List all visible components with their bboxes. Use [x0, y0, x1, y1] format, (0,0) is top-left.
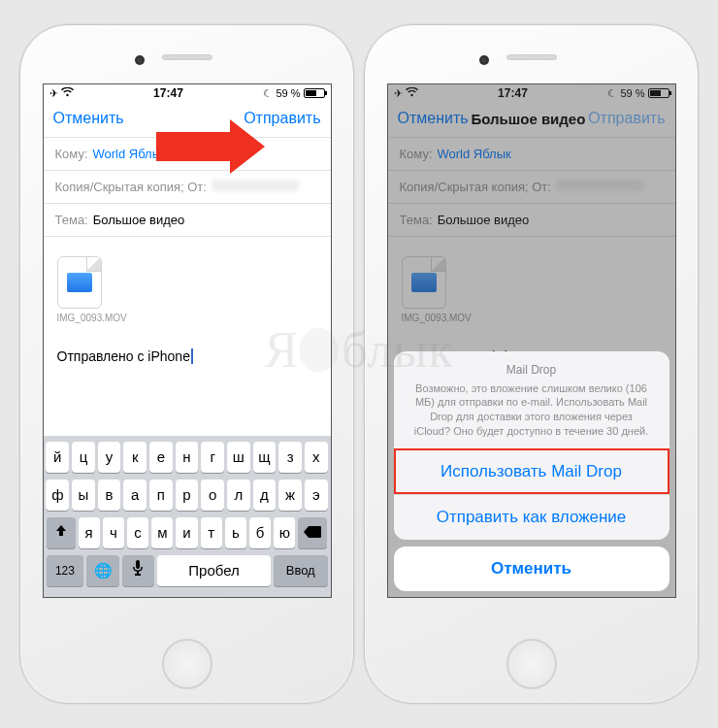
status-time: 17:47 [153, 86, 183, 100]
key[interactable]: э [305, 480, 328, 511]
key[interactable]: п [149, 480, 173, 511]
earpiece-speaker [162, 54, 212, 60]
key-row-3: я ч с м и т ь б ю [47, 517, 328, 548]
battery-icon [304, 88, 325, 98]
sheet-cancel-button[interactable]: Отменить [394, 546, 669, 591]
signature: Отправлено с iPhone [57, 348, 317, 364]
phone-right: ✈︎ 17:47 ☾ 59 % Отменить Большое видео О… [364, 24, 699, 704]
key[interactable]: ь [225, 517, 246, 548]
key[interactable]: г [201, 442, 224, 473]
home-button[interactable] [506, 639, 557, 689]
key[interactable]: ж [278, 480, 302, 511]
key[interactable]: щ [253, 442, 277, 473]
front-camera [135, 55, 145, 65]
attachment-thumb [57, 256, 102, 309]
key[interactable]: а [123, 480, 147, 511]
subject-field[interactable]: Тема: Большое видео [44, 204, 331, 237]
key[interactable]: ф [46, 480, 69, 511]
send-as-attachment-button[interactable]: Отправить как вложение [394, 494, 669, 540]
key[interactable]: б [249, 517, 271, 548]
subject-value: Большое видео [93, 213, 185, 227]
space-key[interactable]: Пробел [157, 555, 271, 586]
moon-icon: ☾ [263, 87, 273, 100]
key[interactable]: р [176, 480, 199, 511]
globe-key[interactable]: 🌐 [86, 555, 118, 586]
key[interactable]: с [127, 517, 148, 548]
key[interactable]: н [176, 442, 199, 473]
mic-key[interactable] [122, 555, 154, 586]
subject-label: Тема: [55, 213, 88, 227]
airplane-icon: ✈︎ [49, 87, 58, 100]
key[interactable]: и [176, 517, 197, 548]
attachment[interactable]: IMG_0093.MOV [57, 256, 317, 323]
backspace-key[interactable] [298, 517, 327, 548]
wifi-icon [61, 87, 74, 99]
key[interactable]: у [98, 442, 121, 473]
home-button[interactable] [162, 639, 212, 689]
return-key[interactable]: Ввод [274, 555, 328, 586]
text-caret [191, 348, 193, 364]
shift-key[interactable] [47, 517, 76, 548]
key[interactable]: д [253, 480, 277, 511]
use-mail-drop-button[interactable]: Использовать Mail Drop [394, 448, 669, 494]
key[interactable]: й [46, 442, 69, 473]
attachment-filename: IMG_0093.MOV [57, 313, 317, 323]
key[interactable]: ш [227, 442, 250, 473]
cc-label: Копия/Скрытая копия; От: [55, 180, 207, 194]
key[interactable]: е [149, 442, 173, 473]
key-row-1: й ц у к е н г ш щ з х [47, 442, 328, 473]
screen-right: ✈︎ 17:47 ☾ 59 % Отменить Большое видео О… [387, 83, 676, 598]
earpiece-speaker [506, 54, 557, 60]
numeric-key[interactable]: 123 [47, 555, 84, 586]
cc-field[interactable]: Копия/Скрытая копия; От: [44, 171, 331, 204]
key[interactable]: ц [72, 442, 95, 473]
compose-header: Отменить Отправить [44, 102, 331, 138]
key-row-4: 123 🌐 Пробел Ввод [47, 555, 328, 586]
screen-left: ✈︎ 17:47 ☾ 59 % Отменить Отправить Кому: [43, 83, 332, 598]
key-row-2: ф ы в а п р о л д ж э [47, 480, 328, 511]
send-button[interactable]: Отправить [244, 110, 320, 127]
key[interactable]: в [98, 480, 121, 511]
sheet-description: Возможно, это вложение слишком велико (1… [411, 381, 652, 439]
to-value: World Яблык [93, 147, 167, 161]
key[interactable]: ч [103, 517, 124, 548]
front-camera [479, 55, 489, 65]
to-label: Кому: [55, 147, 88, 161]
cancel-button[interactable]: Отменить [53, 110, 124, 127]
key[interactable]: я [79, 517, 100, 548]
key[interactable]: т [201, 517, 222, 548]
sheet-header: Mail Drop Возможно, это вложение слишком… [394, 351, 669, 448]
key[interactable]: ы [72, 480, 95, 511]
to-field[interactable]: Кому: World Яблык [44, 138, 331, 171]
key[interactable]: к [123, 442, 147, 473]
key[interactable]: м [151, 517, 173, 548]
message-body[interactable]: IMG_0093.MOV Отправлено с iPhone [44, 237, 331, 378]
key[interactable]: л [227, 480, 250, 511]
phone-left: ✈︎ 17:47 ☾ 59 % Отменить Отправить Кому: [19, 24, 354, 704]
key[interactable]: ю [274, 517, 295, 548]
action-sheet: Mail Drop Возможно, это вложение слишком… [388, 346, 675, 597]
from-value-redacted [212, 180, 299, 191]
status-bar: ✈︎ 17:47 ☾ 59 % [44, 84, 331, 102]
signature-text: Отправлено с iPhone [57, 348, 190, 364]
keyboard: й ц у к е н г ш щ з х ф ы в а п [44, 436, 331, 597]
battery-percent: 59 % [276, 87, 300, 99]
sheet-title: Mail Drop [411, 363, 652, 377]
key[interactable]: х [305, 442, 328, 473]
key[interactable]: з [278, 442, 302, 473]
key[interactable]: о [201, 480, 224, 511]
